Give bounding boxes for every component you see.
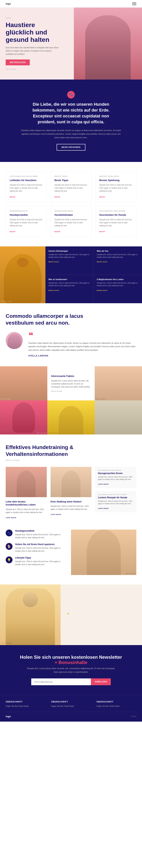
footer-col-1-link-0[interactable]: Fügen Sie Ihre Texte hinein xyxy=(51,705,91,707)
card-3-title: Hundeprodukte xyxy=(10,213,43,216)
training-card-0-link[interactable]: LERN MEHR xyxy=(6,517,16,519)
card-3-text: Sample text Click to select the text box… xyxy=(10,218,43,227)
tip-0-text: Sample text. Click to select the text bo… xyxy=(15,533,65,539)
photo-box-1: Bild von Freepik xyxy=(0,366,47,400)
footer-col-0-title: Überschrift xyxy=(6,701,45,703)
small-card-0-link[interactable]: LERN MEHR xyxy=(98,483,109,485)
card-2-link[interactable]: MEHR xyxy=(99,196,105,198)
card-5-label: GESCHENKES FÜR HUNDE xyxy=(99,210,132,212)
training-card-1-link[interactable]: LERN MEHR xyxy=(50,514,61,515)
featured-cell-2-title: Wie es funktioniert xyxy=(48,278,91,280)
quote-title: Die Liebe, die wir von unseren Hunden be… xyxy=(24,101,118,125)
card-3-link[interactable]: MEHR xyxy=(10,231,15,232)
footer-grid: Überschrift Fügen Sie Ihre Texte hinein … xyxy=(6,701,136,707)
newsletter-description: Sample text. Lorem ipsum dolor sit amet,… xyxy=(26,667,116,674)
card-5: GESCHENKES FÜR HUNDE Geschenkes für Hund… xyxy=(95,206,136,237)
cards-grid-bottom: HUNDEPRODUKTE Hundeprodukte Sample text … xyxy=(6,206,136,237)
tips-section: 🐾 Hundegesundheit Sample text. Click to … xyxy=(0,528,142,585)
training-card-1-body: Kein Stalking beim Gehen! Sample text. C… xyxy=(50,497,92,519)
tip-1: 🐕 Gehen Sie mit Ihrem Hund spazieren Sam… xyxy=(6,543,65,553)
hero-image xyxy=(74,7,142,80)
training-card-1-title: Kein Stalking beim Gehen! xyxy=(50,500,92,503)
quote-cta-button[interactable]: MEHR ERFAHREN xyxy=(57,144,85,151)
footer-col-2: Überschrift Fügen Sie Ihre Texte hinein xyxy=(97,701,136,707)
featured-right: Unsere Schulungen Sample text. Click to … xyxy=(45,246,142,303)
featured-cell-1-link[interactable]: MEHR DAZU xyxy=(97,261,108,263)
featured-cell-0-text: Sample text. Click to select the text bo… xyxy=(48,253,91,259)
card-4: HUNDELIEBHABER Hundeliebhaber Sample tex… xyxy=(50,206,92,237)
tip-0: 🐾 Hundegesundheit Sample text. Click to … xyxy=(6,530,65,539)
hero2-credit: Bild von Freepik xyxy=(1,642,12,644)
footer-col-0-link-0[interactable]: Fügen Sie Ihre Texte hinein xyxy=(6,705,45,707)
card-4-link[interactable]: MEHR xyxy=(55,231,60,232)
tip-2-content: Lifestyle-Tipps Sample text. Click to se… xyxy=(15,556,65,566)
dog-credit: Bild von Freepik xyxy=(1,300,12,302)
hero2-image-container: Bild von Freepik xyxy=(0,585,61,645)
newsletter-email-input[interactable] xyxy=(31,678,91,685)
featured-cell-3-title: 5 Möglichkeiten fürs Leben xyxy=(97,278,139,280)
tips-list: 🐾 Hundegesundheit Sample text. Click to … xyxy=(6,530,71,575)
card-5-text: Sample text Click to select the text box… xyxy=(99,218,132,227)
featured-cell-2-text: Sample text. Click to select the text bo… xyxy=(48,282,91,287)
featured-cell-2-link[interactable]: MEHR DAZU xyxy=(48,289,59,291)
facts-box-link[interactable]: Bild von Freepik xyxy=(51,390,91,392)
footer-col-2-link-0[interactable]: Fügen Sie Ihre Texte hinein xyxy=(97,705,136,707)
featured-cell-3-link[interactable]: MEHR DAZU xyxy=(97,289,108,291)
newsletter-submit-button[interactable]: ANMELDEN xyxy=(91,678,111,685)
photo-pink-credit: Bild von Freepik xyxy=(37,432,46,434)
testimonial-author: STELLA LARSON xyxy=(28,354,136,357)
hero-cta-button[interactable]: WEITERLESEN xyxy=(6,59,30,65)
testimonial-text: Faucibus vitae eliquet nec ullamcorper s… xyxy=(28,341,136,352)
card-0-link[interactable]: MEHR xyxy=(10,196,15,198)
tip-1-title: Gehen Sie mit Ihrem Hund spazieren xyxy=(15,543,65,546)
small-card-1-label: LECKERE REZEPTE FÜR HUNDE xyxy=(98,494,134,495)
hero-section: logo Haustiere glücklich und gesund halt… xyxy=(0,7,142,80)
main-heading: Commodo ullamcorper a lacus vestibulum s… xyxy=(6,313,100,327)
hamburger-menu[interactable] xyxy=(132,2,136,5)
featured-cell-0: Unsere Schulungen Sample text. Click to … xyxy=(45,246,94,275)
newsletter-highlight: + Bonusinhalte xyxy=(55,660,87,665)
training-card-0-image xyxy=(6,467,47,497)
facts-box-text: Sample text. Lorem ipsum dolor sit amet,… xyxy=(51,379,91,389)
training-card-1: Kein Stalking beim Gehen! Sample text. C… xyxy=(50,467,92,522)
card-5-link[interactable]: MEHR xyxy=(99,231,105,232)
small-card-1-link[interactable]: LERN MEHR xyxy=(98,507,109,509)
photo-pink-box: Bild von Freepik xyxy=(0,400,47,434)
featured-cell-0-link[interactable]: MEHR DAZU xyxy=(48,261,59,263)
footer-col-0: Überschrift Fügen Sie Ihre Texte hinein xyxy=(6,701,45,707)
tip-2: 💡 Lifestyle-Tipps Sample text. Click to … xyxy=(6,556,65,566)
training-credit: Bilder von Freepik xyxy=(6,459,136,461)
tips-image: Bild von Freepik xyxy=(71,530,136,575)
hero-image-credit: Bild von Freepik xyxy=(6,68,59,70)
card-1-label: BESTE TIPPS xyxy=(55,175,88,177)
tip-1-content: Gehen Sie mit Ihrem Hund spazieren Sampl… xyxy=(15,543,65,553)
card-2-title: Bestes Spielzeug xyxy=(99,179,132,182)
training-card-0-text: Sample text. Click to select the text bo… xyxy=(6,508,47,514)
tip-2-text: Sample text. Click to select the text bo… xyxy=(15,560,65,566)
card-0-label: LEITFADEN FÜR HAUSTIERE xyxy=(10,175,43,177)
card-4-title: Hundeliebhaber xyxy=(55,213,88,216)
card-1-title: Beste Tipps xyxy=(55,179,88,182)
tip-0-title: Hundegesundheit xyxy=(15,530,65,532)
training-card-0-body: Lebe dein bestes hundefreundliches Leben… xyxy=(6,497,47,522)
small-card-0: HAUSGEMACHTES ESSEN Hausgemachtes Essen … xyxy=(95,467,136,488)
card-5-title: Geschenkes für Hunde xyxy=(99,213,132,216)
logo[interactable]: logo xyxy=(6,2,11,5)
featured-cell-2: Wie es funktioniert Sample text. Click t… xyxy=(45,275,94,303)
hero2-content: ✦ xyxy=(61,585,142,645)
card-3: HUNDEPRODUKTE Hundeprodukte Sample text … xyxy=(6,206,47,237)
tips-image-credit: Bild von Freepik xyxy=(126,573,136,574)
photo-1-credit: Bild von Freepik xyxy=(1,398,10,400)
footer-copyright: © 2024 xyxy=(131,715,136,717)
photo-yellow-box: Bild von Freepik xyxy=(47,400,95,434)
newsletter-title-main: Holen Sie sich unseren kostenlosen Newsl… xyxy=(20,655,122,660)
card-3-label: HUNDEPRODUKTE xyxy=(10,210,43,212)
training-section: Effektives Hundetraining & Verhaltensinf… xyxy=(0,434,142,528)
featured-section: Bild von Freepik Unsere Schulungen Sampl… xyxy=(0,246,142,303)
training-right-cards: HAUSGEMACHTES ESSEN Hausgemachtes Essen … xyxy=(95,467,136,522)
footer-col-1: Überschrift Fügen Sie Ihre Texte hinein xyxy=(51,701,91,707)
card-1-link[interactable]: MEHR xyxy=(55,196,60,198)
training-card-1-image xyxy=(50,467,92,497)
footer-logo: logo xyxy=(6,715,11,718)
training-card-0-title: Lebe dein bestes hundefreundliches Leben xyxy=(6,500,47,507)
